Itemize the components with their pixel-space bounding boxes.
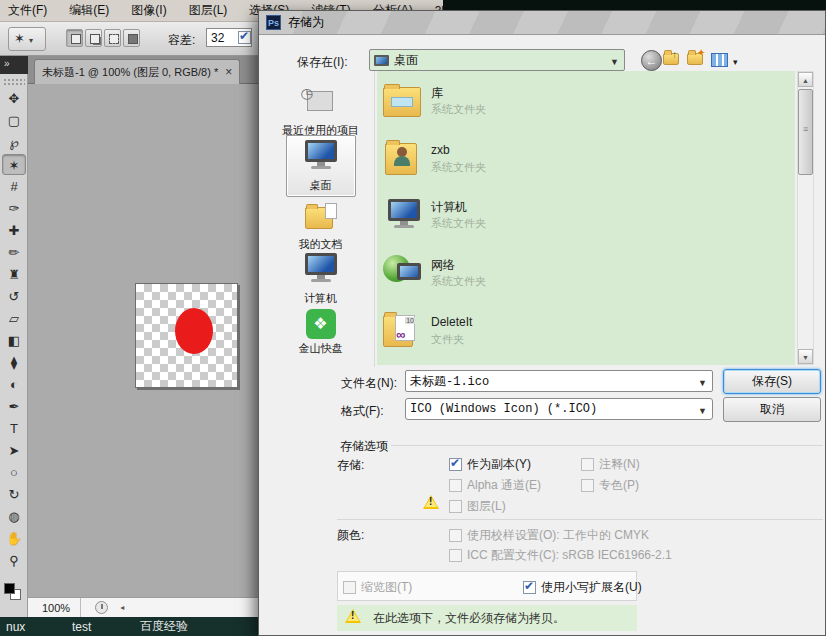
format-label: 格式(F): — [341, 403, 384, 420]
palette-collapse-icon[interactable] — [0, 56, 28, 74]
marquee-tool[interactable]: ▢ — [2, 110, 26, 131]
tolerance-label: 容差: — [168, 32, 195, 49]
photoshop-app-icon: Ps — [266, 15, 281, 30]
new-folder-button[interactable]: ✦ — [687, 53, 703, 65]
file-list-scrollbar[interactable]: ▲ ▼ — [797, 71, 814, 365]
crop-tool[interactable]: # — [2, 176, 26, 197]
type-tool[interactable]: T — [2, 418, 26, 439]
place-recent-items[interactable]: ◷ 最近使用的项目 — [267, 85, 374, 138]
healing-brush-tool[interactable]: ✚ — [2, 220, 26, 241]
file-row-network[interactable]: 网络 系统文件夹 — [377, 251, 795, 303]
document-tab[interactable]: 未标题-1 @ 100% (图层 0, RGB/8) * × — [34, 59, 240, 84]
magic-wand-preset-button[interactable]: ✶▾ — [8, 27, 46, 51]
file-row-deleteit[interactable]: 10∞ DeleteIt 文件夹 — [377, 309, 795, 361]
history-brush-tool[interactable]: ↺ — [2, 286, 26, 307]
intersect-selection-button[interactable] — [123, 29, 140, 47]
move-tool[interactable]: ✥ — [2, 88, 26, 109]
file-name-label: 文件名(N): — [341, 375, 397, 392]
kingsoft-drive-icon: ❖ — [306, 309, 336, 339]
tool-palette: ✥ ▢ ℘ ✶ # ✑ ✚ ✏ ♜ ↺ ▱ ◧ ⧫ ◐ ✒ T ➤ ○ ↻ ◍ … — [0, 56, 28, 617]
color-label: 颜色: — [337, 527, 364, 544]
file-row-computer[interactable]: 计算机 系统文件夹 — [377, 193, 795, 245]
view-menu-button[interactable]: ▾ — [711, 53, 728, 67]
magic-wand-tool[interactable]: ✶ — [2, 154, 26, 175]
status-info-icon[interactable] — [95, 601, 108, 614]
zoom-level-field[interactable]: 100% — [28, 598, 81, 617]
checkbox-as-copy[interactable]: 作为副本(Y) — [449, 456, 531, 473]
file-row-libraries[interactable]: 库 系统文件夹 — [377, 79, 795, 131]
status-expand-icon[interactable]: ◂ — [120, 603, 124, 612]
lasso-tool[interactable]: ℘ — [2, 132, 26, 153]
menu-edit[interactable]: 编辑(E) — [69, 2, 109, 19]
place-my-documents[interactable]: 我的文档 — [267, 199, 374, 252]
selection-mode-buttons — [66, 29, 140, 47]
file-name-value: 未标题-1.ico — [410, 373, 489, 390]
new-selection-button[interactable] — [66, 29, 83, 47]
dodge-tool[interactable]: ◐ — [2, 374, 26, 395]
chevron-down-icon[interactable]: ▼ — [698, 378, 707, 388]
checkbox-icon — [343, 581, 356, 594]
brush-tool[interactable]: ✏ — [2, 242, 26, 263]
format-combobox[interactable]: ICO (Windows Icon) (*.ICO) ▼ — [405, 398, 713, 420]
menu-file[interactable]: 文件(F) — [8, 2, 47, 19]
taskbar-item-3[interactable]: 百度经验 — [140, 618, 188, 635]
path-select-tool[interactable]: ➤ — [2, 440, 26, 461]
checkbox-lowercase-extension[interactable]: 使用小写扩展名(U) — [523, 579, 642, 596]
checkbox-icon[interactable] — [523, 581, 536, 594]
canvas[interactable] — [135, 283, 238, 388]
orbit-3d-tool[interactable]: ◍ — [2, 506, 26, 527]
add-selection-button[interactable] — [85, 29, 102, 47]
shape-tool[interactable]: ○ — [2, 462, 26, 483]
blur-tool[interactable]: ⧫ — [2, 352, 26, 373]
document-tab-title: 未标题-1 @ 100% (图层 0, RGB/8) * — [42, 65, 218, 80]
save-in-combobox[interactable]: 桌面 ▼ — [369, 49, 625, 71]
document-tab-bar: 未标题-1 @ 100% (图层 0, RGB/8) * × — [28, 56, 258, 84]
place-desktop[interactable]: 桌面 — [267, 135, 374, 197]
up-one-level-button[interactable]: ↑ — [663, 53, 679, 65]
chevron-down-icon: ▾ — [733, 57, 738, 67]
taskbar-item-2[interactable]: test — [72, 620, 91, 634]
menu-layer[interactable]: 图层(L) — [189, 2, 228, 19]
chevron-down-icon[interactable]: ▼ — [610, 57, 619, 67]
app-folder-icon: 10∞ — [383, 311, 425, 353]
group-border — [337, 445, 823, 446]
checkbox-icon — [449, 529, 462, 542]
hand-tool[interactable]: ✋ — [2, 528, 26, 549]
desktop-monitor-icon — [301, 140, 341, 176]
palette-grip[interactable] — [3, 78, 25, 85]
zoom-tool[interactable]: ⚲ — [2, 550, 26, 571]
save-button[interactable]: 保存(S) — [723, 369, 821, 394]
dialog-title-bar[interactable]: Ps 存储为 — [259, 11, 825, 35]
close-tab-icon[interactable]: × — [225, 65, 232, 79]
file-list: 库 系统文件夹 zxb 系统文件夹 计算机 系统文件夹 — [377, 71, 795, 365]
place-kingsoft-drive[interactable]: ❖ 金山快盘 — [267, 309, 374, 356]
foreground-color-swatch[interactable] — [4, 583, 15, 594]
checkbox-alpha-channels: Alpha 通道(E) — [449, 477, 541, 494]
taskbar-item-1[interactable]: nux — [6, 620, 25, 634]
chevron-down-icon[interactable]: ▼ — [698, 406, 707, 416]
scroll-down-icon[interactable]: ▼ — [798, 349, 813, 364]
checkbox-icon[interactable] — [449, 458, 462, 471]
save-in-label: 保存在(I): — [297, 54, 348, 71]
place-computer[interactable]: 计算机 — [267, 253, 374, 306]
gradient-tool[interactable]: ◧ — [2, 330, 26, 351]
pen-tool[interactable]: ✒ — [2, 396, 26, 417]
back-button[interactable]: ← — [641, 50, 662, 71]
recent-items-icon: ◷ — [301, 85, 341, 121]
anti-alias-checkbox[interactable] — [238, 31, 251, 44]
rotate-3d-tool[interactable]: ↻ — [2, 484, 26, 505]
clone-stamp-tool[interactable]: ♜ — [2, 264, 26, 285]
scroll-up-icon[interactable]: ▲ — [798, 72, 813, 87]
eyedropper-tool[interactable]: ✑ — [2, 198, 26, 219]
warning-triangle-icon — [423, 495, 439, 509]
menu-image[interactable]: 图像(I) — [131, 2, 166, 19]
cancel-button[interactable]: 取消 — [723, 397, 821, 422]
scrollbar-thumb[interactable] — [798, 89, 813, 175]
eraser-tool[interactable]: ▱ — [2, 308, 26, 329]
file-name-combobox[interactable]: 未标题-1.ico ▼ — [405, 370, 713, 392]
computer-icon — [301, 253, 341, 289]
checkbox-icon — [449, 500, 462, 513]
file-row-user[interactable]: zxb 系统文件夹 — [377, 137, 795, 189]
subtract-selection-button[interactable] — [104, 29, 121, 47]
warning-text: 在此选项下，文件必须存储为拷贝。 — [373, 610, 565, 627]
